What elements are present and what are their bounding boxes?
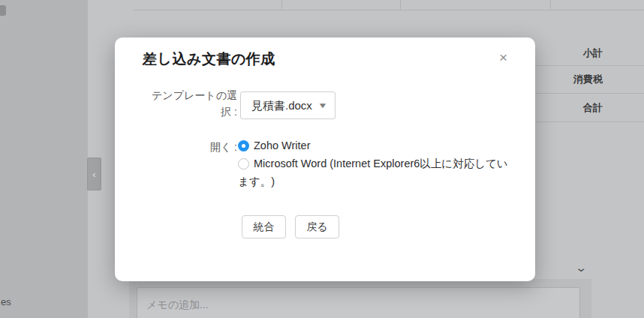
items-table-column-divider xyxy=(400,0,401,10)
open-with-radio-group: Zoho Writer Microsoft Word (Internet Exp… xyxy=(238,136,510,190)
open-with-label: 開く : xyxy=(143,139,237,155)
merge-button[interactable]: 統合 xyxy=(242,215,286,238)
scrollbar-thumb[interactable] xyxy=(0,5,6,16)
summary-row-total: 合計 xyxy=(518,94,644,122)
sidebar-collapse-handle[interactable]: ‹ xyxy=(87,158,101,190)
items-table-border xyxy=(133,10,644,10)
left-sidebar xyxy=(0,0,88,318)
chevron-down-icon[interactable]: ⌄ xyxy=(575,261,588,274)
close-icon[interactable]: × xyxy=(499,50,507,64)
add-note-input[interactable] xyxy=(137,287,580,318)
template-selected-value: 見積書.docx xyxy=(251,92,312,118)
radio-option-microsoft-word[interactable]: Microsoft Word (Internet Explorer6以上に対応し… xyxy=(238,154,510,190)
dialog-button-row: 統合 戻る xyxy=(242,215,339,238)
notes-panel xyxy=(129,279,591,318)
sidebar-truncated-text: es xyxy=(1,296,11,308)
tax-label: 消費税 xyxy=(573,73,603,86)
subtotal-label: 小計 xyxy=(583,46,603,60)
total-label: 合計 xyxy=(583,101,603,115)
dialog-title: 差し込み文書の作成 xyxy=(143,50,275,69)
back-button[interactable]: 戻る xyxy=(295,215,339,238)
summary-row-tax: 消費税 xyxy=(518,66,644,94)
radio-selected-icon[interactable] xyxy=(238,140,249,152)
chevron-left-icon: ‹ xyxy=(92,170,95,179)
template-select-dropdown[interactable]: 見積書.docx ▼ xyxy=(240,92,336,119)
template-select-label: テンプレートの選択 : xyxy=(143,87,237,120)
radio-option-label: Microsoft Word (Internet Explorer6以上に対応し… xyxy=(238,158,508,188)
summary-row-subtotal: 小計 xyxy=(518,40,644,66)
items-table-column-divider xyxy=(550,0,551,10)
radio-option-label: Zoho Writer xyxy=(254,140,310,152)
mail-merge-dialog: 差し込み文書の作成 × テンプレートの選択 : 見積書.docx ▼ 開く : … xyxy=(115,38,535,281)
radio-unselected-icon[interactable] xyxy=(238,158,249,170)
radio-option-zoho-writer[interactable]: Zoho Writer xyxy=(238,136,510,154)
items-table-column-divider xyxy=(281,0,282,10)
caret-down-icon: ▼ xyxy=(317,101,328,110)
